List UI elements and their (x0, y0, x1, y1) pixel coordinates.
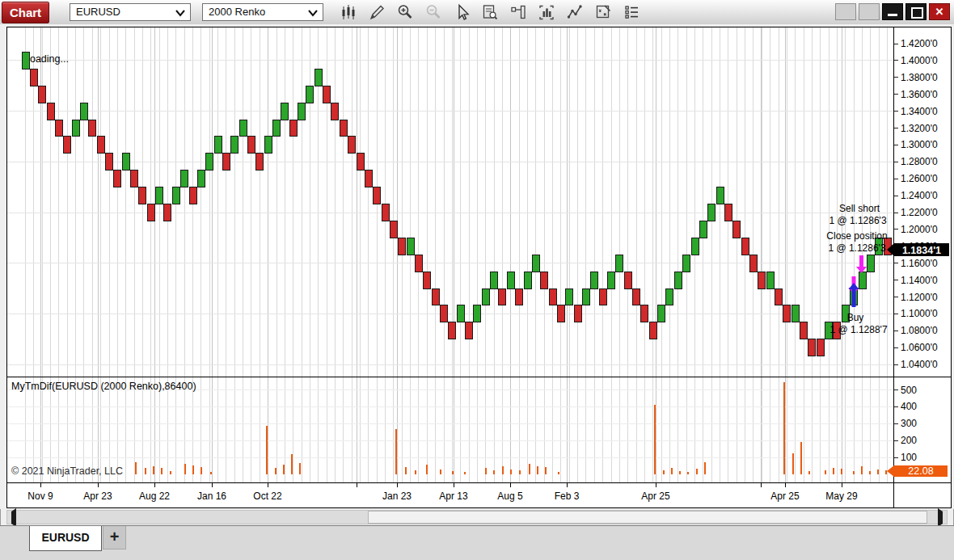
price-tick-label: 1.3400'0 (901, 106, 938, 117)
indicator-bar (440, 469, 441, 474)
annotation-close-position: 1 @ 1.1286'3 (828, 242, 886, 254)
renko-brick (783, 305, 791, 322)
period-dropdown[interactable]: 2000 Renko (202, 3, 323, 21)
indicator-bar (800, 442, 802, 474)
chart-trader-icon (509, 3, 527, 21)
zoom-in-icon (396, 3, 414, 21)
indicator-plot[interactable] (6, 377, 893, 482)
scroll-left-button[interactable] (7, 511, 20, 524)
indicator-tick-label: 400 (901, 401, 917, 412)
renko-brick (114, 171, 121, 187)
renko-brick (222, 154, 230, 171)
close-icon: ✕ (935, 6, 944, 18)
tab-bar: EURUSD + (0, 525, 954, 560)
close-button[interactable]: ✕ (929, 3, 950, 20)
indicator-bar (537, 466, 538, 474)
renko-brick (357, 154, 364, 171)
indicator-bar (153, 466, 154, 474)
renko-brick (624, 272, 631, 288)
minimize-button[interactable] (882, 3, 903, 20)
renko-brick (72, 120, 79, 137)
indicator-bar (184, 464, 186, 474)
date-label: Aug 5 (497, 491, 523, 502)
renko-brick (532, 255, 539, 272)
zoom-out-button[interactable] (422, 2, 444, 22)
indicator-bar (671, 468, 673, 474)
renko-brick (298, 103, 306, 120)
renko-brick (699, 221, 707, 238)
strategy-button[interactable] (592, 2, 614, 22)
price-tick-label: 1.2800'0 (901, 156, 938, 167)
indicator-label: MyTmDif(EURUSD (2000 Renko),86400) (11, 381, 196, 392)
tab-eurusd[interactable]: EURUSD (29, 526, 102, 551)
cursor-button[interactable] (450, 2, 472, 22)
renko-brick (733, 221, 741, 238)
renko-brick (306, 86, 314, 103)
renko-brick (55, 120, 62, 137)
renko-brick (741, 238, 749, 255)
renko-brick (432, 288, 439, 305)
renko-brick (181, 171, 188, 187)
scroll-right-button[interactable] (934, 511, 947, 524)
renko-brick (156, 187, 163, 204)
renko-brick (549, 288, 556, 305)
indicator-bar (783, 382, 785, 474)
price-tick-label: 1.2200'0 (901, 207, 938, 218)
indicator-bar (792, 453, 794, 474)
date-label: Jan 16 (197, 491, 226, 502)
price-tick-label: 1.2400'0 (901, 190, 938, 201)
indicator-bar (452, 471, 454, 474)
indicator-bar (291, 454, 293, 474)
indicator-icon (566, 3, 584, 21)
price-tick-label: 1.4000'0 (901, 55, 938, 66)
window-blank-1[interactable] (835, 3, 856, 20)
renko-brick (39, 86, 46, 103)
chart-trader-button[interactable] (507, 2, 529, 22)
indicator-bar (510, 469, 512, 474)
chart-canvas: Nov 9Apr 23Aug 22Jan 16Oct 22Jan 23Apr 1… (0, 24, 954, 509)
titlebar: Chart EURUSD 2000 Renko ✕ (0, 0, 954, 25)
renko-brick (859, 272, 866, 288)
maximize-icon (911, 7, 923, 19)
properties-button[interactable] (620, 2, 642, 22)
scrollbar-thumb[interactable] (368, 511, 927, 524)
properties-icon (623, 3, 640, 21)
indicator-bar (877, 469, 879, 474)
renko-brick (582, 288, 589, 305)
indicator-bar (853, 471, 855, 474)
renko-brick (449, 322, 456, 339)
chart-style-button[interactable] (337, 2, 359, 22)
strategy-icon (594, 3, 612, 21)
renko-brick (716, 187, 724, 204)
indicator-button[interactable] (564, 2, 585, 22)
bar-type-button[interactable] (535, 2, 557, 22)
indicator-bar (861, 466, 863, 474)
renko-brick (264, 137, 272, 154)
price-tick-label: 1.3800'0 (901, 72, 938, 83)
data-box-button[interactable] (479, 2, 500, 22)
indicator-tick-label: 500 (901, 385, 917, 396)
renko-brick (658, 305, 665, 322)
cursor-icon (453, 3, 471, 21)
indicator-bar (704, 462, 706, 474)
zoom-in-button[interactable] (394, 2, 416, 22)
renko-brick (808, 339, 816, 356)
indicator-bar (519, 470, 521, 474)
maximize-button[interactable] (905, 3, 927, 20)
add-tab-button[interactable]: + (103, 526, 126, 549)
renko-brick (666, 288, 673, 305)
horizontal-scrollbar[interactable] (6, 510, 948, 524)
renko-brick (674, 272, 682, 288)
instrument-dropdown[interactable]: EURUSD (70, 3, 191, 21)
price-tick-label: 1.3200'0 (901, 123, 938, 134)
chevron-down-icon (174, 6, 187, 19)
indicator-bar (502, 466, 504, 474)
price-tick-label: 1.0800'0 (901, 325, 938, 336)
draw-button[interactable] (365, 2, 387, 22)
renko-brick (314, 69, 322, 86)
window-blank-2[interactable] (859, 3, 880, 20)
renko-brick (247, 137, 255, 154)
indicator-bar (161, 468, 163, 474)
right-arrow-icon (938, 508, 943, 527)
renko-brick (791, 305, 799, 322)
